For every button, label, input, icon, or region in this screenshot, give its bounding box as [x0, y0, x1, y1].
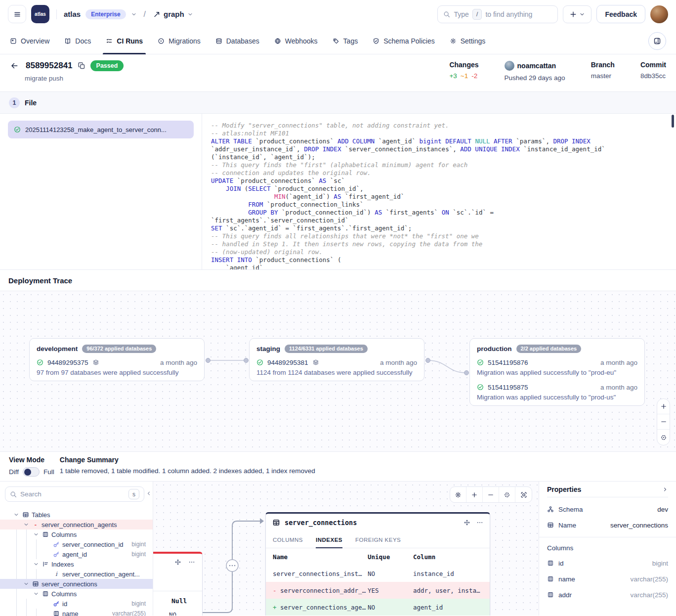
chevron-down-icon[interactable] [131, 11, 137, 17]
tab-tags[interactable]: Tags [333, 28, 358, 54]
deployment-id[interactable]: 51541195876 [488, 359, 528, 366]
fit-view-button[interactable] [657, 430, 670, 445]
org-name[interactable]: atlas [64, 10, 81, 18]
tab-settings[interactable]: Settings [450, 28, 486, 54]
tree-item-indexes[interactable]: Indexes [0, 559, 153, 569]
terminal-panel-button[interactable] [648, 32, 666, 50]
move-icon[interactable] [174, 559, 181, 566]
null-value: NO [153, 605, 202, 616]
zoom-out-button[interactable] [657, 414, 670, 430]
trace-card-production[interactable]: production2/2 applied databases515411958… [469, 338, 645, 406]
erd-fit-button[interactable] [515, 487, 532, 502]
file-list-item[interactable]: 20251114123258_make_agent_to_server_conn… [8, 121, 194, 138]
tree-item-name[interactable]: namevarchar(255) [0, 609, 153, 616]
docs-icon [64, 38, 71, 44]
chev-down-icon [33, 591, 40, 597]
tree-item-columns[interactable]: Columns [0, 589, 153, 599]
tab-databases[interactable]: Databases [215, 28, 259, 54]
schema-tree: Tables-server_connection_agentsColumnsse… [0, 510, 153, 616]
deployment-entry[interactable]: 94489295381a month ago1124 from 1124 dat… [256, 357, 417, 376]
erd-zoom-in-button[interactable] [466, 487, 483, 502]
columns-section-label: Columns [547, 540, 668, 555]
trace-card-development[interactable]: development96/372 applied databases94489… [29, 338, 205, 381]
tab-overview[interactable]: Overview [10, 28, 49, 54]
menu-icon [13, 10, 21, 18]
server-connections-card[interactable]: server_connections COLUMNSINDEXESFOREIGN… [265, 512, 490, 616]
code-line: -- handled in Step 1. It then inserts ne… [211, 240, 667, 248]
deployment-id[interactable]: 94489295375 [47, 359, 88, 366]
feedback-button[interactable]: Feedback [596, 5, 645, 23]
zoom-in-button[interactable] [657, 399, 670, 414]
erd-settings-button[interactable] [450, 487, 466, 502]
chev-down-icon [33, 561, 40, 567]
search-icon [443, 11, 450, 18]
tab-schema-policies[interactable]: Schema Policies [373, 28, 435, 54]
changes-added: +3 [449, 72, 457, 80]
copy-icon[interactable] [78, 62, 85, 70]
ellipsis-icon[interactable] [476, 519, 483, 526]
global-search-input[interactable]: Type / to find anything [437, 5, 558, 23]
diff-label[interactable]: Diff [9, 468, 19, 476]
column-type: bigint [131, 600, 146, 607]
erd-focus-button[interactable] [499, 487, 515, 502]
erd-tab-indexes[interactable]: INDEXES [316, 531, 342, 548]
deployment-entry[interactable]: 51541195875a month agoMigration was appl… [477, 382, 637, 401]
move-icon[interactable] [464, 519, 470, 526]
trace-card-staging[interactable]: staging1124/6331 applied databases944892… [249, 338, 424, 381]
tree-item-id[interactable]: idbigint [0, 599, 153, 609]
gear-icon [450, 38, 457, 44]
atlas-logo[interactable]: atlas [31, 5, 49, 23]
properties-panel: Properties SchemadevNameserver_connectio… [539, 482, 676, 616]
tab-webhooks[interactable]: Webhooks [274, 28, 318, 54]
tree-item-server-connections[interactable]: server_connections [0, 579, 153, 589]
ellipsis-icon[interactable] [188, 559, 195, 566]
code-line: SET `sc`.`agent_id` = `first_agents`.`fi… [211, 224, 667, 232]
erd-zoom-out-button[interactable] [483, 487, 499, 502]
tree-item-tables[interactable]: Tables [0, 510, 153, 520]
tab-migrations[interactable]: Migrations [158, 28, 201, 54]
create-new-button[interactable] [563, 5, 592, 23]
erd-canvas[interactable]: Null NO server_connections COLUMNSINDEXE… [153, 482, 539, 616]
erd-index-row[interactable]: - serverconnection_addr_…YESaddr, user, … [266, 582, 490, 599]
main-nav-tabs: OverviewDocsCI RunsMigrationsDatabasesWe… [0, 28, 676, 54]
slash-kbd: / [472, 9, 482, 20]
scrollbar[interactable] [672, 115, 674, 128]
collapse-panel-icon[interactable] [146, 490, 152, 496]
deployment-id[interactable]: 94489295381 [267, 359, 308, 366]
erd-index-row[interactable]: + server_connections_age…NOagent_id [266, 599, 490, 616]
tree-item-agent-id[interactable]: agent_idbigint [0, 549, 153, 559]
user-avatar[interactable] [650, 5, 668, 23]
plus-icon [660, 403, 667, 410]
app-header: atlas atlas Enterprise / graph Type / to… [0, 0, 676, 28]
tree-item-server-connection-id[interactable]: server_connection_idbigint [0, 539, 153, 549]
hamburger-menu-button[interactable] [8, 5, 26, 23]
tab-docs[interactable]: Docs [64, 28, 91, 54]
erd-index-row[interactable]: server_connections_inst…NOinstance_id [266, 565, 490, 582]
deployment-message: 1124 from 1124 databases were applied su… [256, 369, 417, 376]
indexes-icon [42, 561, 49, 568]
erd-tab-foreign-keys[interactable]: FOREIGN KEYS [355, 531, 401, 548]
deployment-time: a month ago [600, 359, 637, 366]
deployment-entry[interactable]: 94489295375a month ago97 from 97 databas… [37, 357, 197, 376]
removed-table-card[interactable]: Null NO [153, 552, 203, 616]
graph-icon [153, 10, 161, 18]
tree-item-server-connection-agent-[interactable]: iserver_connection_agent... [0, 569, 153, 579]
erd-tab-columns[interactable]: COLUMNS [273, 531, 303, 548]
schema-search-input[interactable]: Search s [5, 486, 144, 502]
deployment-entry[interactable]: 51541195876a month agoMigration was appl… [477, 357, 637, 376]
tree-item-server-connection-agents[interactable]: -server_connection_agents [0, 520, 153, 529]
tree-item-columns[interactable]: Columns [0, 529, 153, 539]
deployment-time: a month ago [600, 384, 637, 391]
deployment-trace-canvas[interactable]: development96/372 applied databases94489… [0, 291, 676, 452]
key2-icon [53, 551, 60, 558]
chevron-right-icon[interactable] [662, 486, 668, 492]
properties-title: Properties [547, 485, 581, 493]
diff-full-toggle[interactable] [23, 467, 40, 477]
code-line: -- (now-updated) original row. [211, 248, 667, 256]
back-arrow-icon[interactable] [10, 61, 19, 70]
enterprise-badge: Enterprise [85, 9, 126, 19]
full-label[interactable]: Full [43, 468, 54, 476]
deployment-id[interactable]: 51541195875 [488, 384, 528, 391]
project-breadcrumb[interactable]: graph [153, 10, 193, 18]
tab-ci-runs[interactable]: CI Runs [106, 28, 143, 54]
